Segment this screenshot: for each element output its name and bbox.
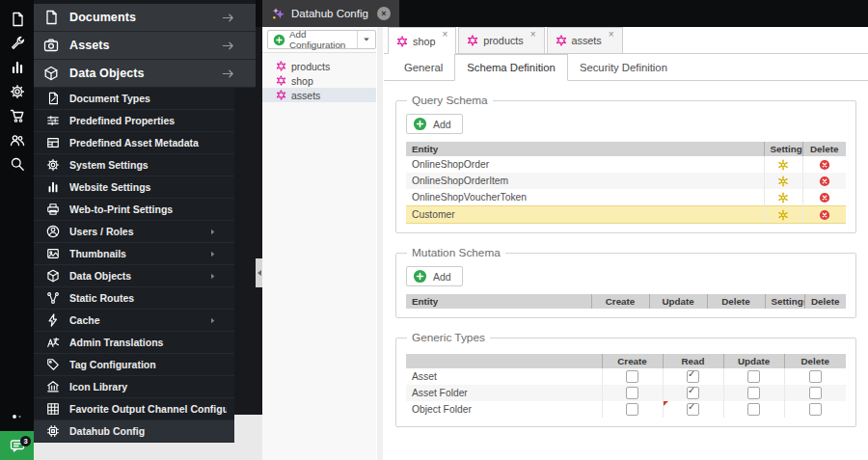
table-row[interactable]: Object Folder [406,401,846,418]
rail-ecommerce-button[interactable] [0,103,34,127]
tab-products[interactable]: products [458,27,544,53]
subtab-security-definition[interactable]: Security Definition [568,54,679,80]
accordion-assets[interactable]: Assets [34,32,256,60]
table-row[interactable]: OnlineShopOrder [406,156,846,173]
column-header-read[interactable]: Read [663,354,723,368]
menu-item-icon-library[interactable]: Icon Library [34,376,234,398]
create-checkbox[interactable] [626,370,638,383]
menu-item-predefined-asset-metadata[interactable]: Predefined Asset Metadata [34,132,234,154]
subtab-schema-definition[interactable]: Schema Definition [454,54,568,81]
add-configuration-main[interactable]: Add Configuration [268,31,357,48]
column-header-settings[interactable]: Settings [765,294,804,309]
row-delete-icon[interactable] [819,209,830,221]
column-header-settings[interactable]: Settings [764,142,802,156]
menu-item-web-to-print-settings[interactable]: Web-to-Print Settings [34,199,234,221]
tab-assets[interactable]: assets [547,27,623,53]
column-header-delete[interactable]: Delete [804,294,846,309]
menu-item-thumbnails[interactable]: Thumbnails [34,243,234,265]
table-row[interactable]: OnlineShopVoucherToken [406,189,846,206]
sidebar-menu: Documents Assets Data Objects Document T… [34,4,256,443]
menu-item-datahub-config[interactable]: Datahub Config [34,420,234,443]
create-checkbox[interactable] [626,403,638,416]
rail-reports-button[interactable] [0,55,34,79]
menu-item-tag-configuration[interactable]: Tag Configuration [34,354,234,376]
window-tab-close-icon[interactable] [377,7,391,20]
read-checkbox[interactable] [687,403,699,416]
row-settings-icon[interactable] [777,159,789,171]
subtab-general[interactable]: General [393,54,454,80]
rail-more-button[interactable] [0,410,34,423]
tab-close-icon[interactable] [609,28,614,41]
menu-item-website-settings[interactable]: Website Settings [34,176,234,199]
type-cell: Object Folder [406,401,602,418]
column-header-update[interactable]: Update [723,354,784,368]
graphql-icon [467,35,478,46]
rail-users-button[interactable] [0,127,34,151]
plus-circle-icon [413,117,427,131]
menu-item-document-types[interactable]: Document Types [34,88,234,110]
schema-definition-body: Query Schema Add Entity Settings Delete … [384,81,868,427]
notification-badge: 3 [20,436,31,446]
menu-item-data-objects[interactable]: Data Objects [34,265,234,287]
tree-item-products[interactable]: products [262,59,376,73]
table-row[interactable]: Asset Folder [406,385,846,401]
column-header-delete[interactable]: Delete [784,354,846,368]
notifications-button[interactable]: 3 [0,431,34,460]
editor-subtab-strip: General Schema Definition Security Defin… [384,54,868,81]
delete-checkbox[interactable] [809,403,822,416]
read-checkbox[interactable] [687,387,699,399]
tab-shop[interactable]: shop [388,27,456,54]
add-configuration-button[interactable]: Add Configuration [267,30,376,49]
update-checkbox[interactable] [747,403,760,416]
rail-documents-button[interactable] [0,7,34,31]
menu-item-system-settings[interactable]: System Settings [34,154,234,176]
window-tab-datahub-config[interactable]: Datahub Config [262,0,399,27]
column-header-delete[interactable]: Delete [707,294,765,309]
delete-checkbox[interactable] [809,370,822,383]
vertical-splitter[interactable] [376,27,384,460]
rail-settings-button[interactable] [0,79,34,103]
row-delete-icon[interactable] [819,192,830,203]
row-settings-icon[interactable] [777,192,789,203]
menu-item-admin-translations[interactable]: Admin Translations [34,332,234,354]
mutation-schema-add-button[interactable]: Add [406,266,463,286]
table-row-selected[interactable]: Customer [406,206,846,224]
delete-checkbox[interactable] [809,387,822,399]
column-header-entity[interactable]: Entity [406,142,764,156]
accordion-documents[interactable]: Documents [34,4,256,32]
rail-tools-button[interactable] [0,31,34,55]
tree-item-shop[interactable]: shop [262,73,376,88]
documents-section-icon [43,10,59,25]
update-checkbox[interactable] [747,387,760,399]
read-checkbox[interactable] [687,370,699,383]
row-delete-icon[interactable] [819,176,830,187]
top-bar: Datahub Config [256,0,868,27]
column-header-create[interactable]: Create [602,354,663,368]
sidebar-collapse-handle[interactable] [256,258,262,287]
menu-item-static-routes[interactable]: Static Routes [34,287,234,310]
column-header-update[interactable]: Update [649,294,707,309]
menu-item-predefined-properties[interactable]: Predefined Properties [34,110,234,132]
menu-item-cache[interactable]: Cache [34,310,234,332]
query-schema-add-button[interactable]: Add [406,114,463,134]
menu-item-users-roles[interactable]: Users / Roles [34,221,234,243]
column-header-delete[interactable]: Delete [802,142,846,156]
add-configuration-dropdown[interactable] [357,31,375,48]
accordion-data-objects[interactable]: Data Objects [34,60,256,88]
menu-item-favorite-output-channel-configurations[interactable]: Favorite Output Channel Configurations [34,398,234,420]
tab-close-icon[interactable] [530,28,536,41]
tab-close-icon[interactable] [442,28,448,41]
table-row[interactable]: OnlineShopOrderItem [406,173,846,189]
column-header-entity[interactable]: Entity [406,294,591,309]
row-delete-icon[interactable] [819,159,830,171]
column-header-create[interactable]: Create [591,294,649,309]
data-objects-section-icon [43,66,59,81]
rail-search-button[interactable] [0,151,34,176]
update-checkbox[interactable] [747,370,760,383]
row-settings-icon[interactable] [777,209,789,221]
table-row[interactable]: Asset [406,368,846,385]
row-settings-icon[interactable] [777,176,789,187]
printer-icon [46,203,60,216]
create-checkbox[interactable] [626,387,638,399]
tree-item-assets[interactable]: assets [262,88,376,102]
